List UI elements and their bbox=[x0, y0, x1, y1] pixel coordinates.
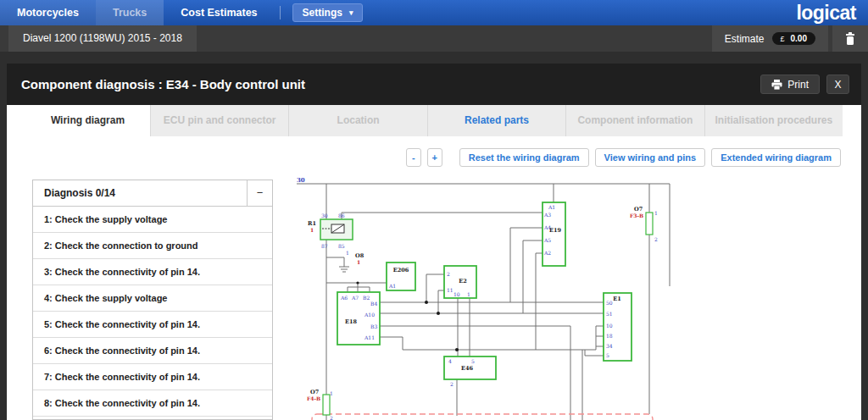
pin-label: A7 bbox=[351, 295, 359, 301]
nav-item-cost-estimates[interactable]: Cost Estimates bbox=[164, 0, 274, 25]
vehicle-name[interactable]: Diavel 1200 (1198WU) 2015 - 2018 bbox=[8, 25, 197, 52]
diagnosis-title: Diagnosis 0/14 bbox=[33, 180, 247, 206]
view-wiring-and-pins-button[interactable]: View wiring and pins bbox=[595, 148, 706, 167]
diagnosis-step[interactable]: 7: Check the connectivity of pin 14. bbox=[33, 364, 272, 390]
diagnosis-header: Diagnosis 0/14 − bbox=[33, 180, 272, 207]
highlight-zone bbox=[312, 414, 653, 420]
pin-label: B2 bbox=[363, 295, 370, 301]
fuse-symbol-F3-B[interactable] bbox=[646, 213, 653, 235]
bus-label: 30 bbox=[297, 178, 305, 184]
nav-item-trucks[interactable]: Trucks bbox=[96, 0, 164, 25]
vehicle-bar: Diavel 1200 (1198WU) 2015 - 2018 Estimat… bbox=[0, 25, 868, 52]
pin-label: 85 bbox=[338, 243, 345, 249]
diagnosis-step[interactable]: 6: Check the connectivity of pin 14. bbox=[33, 338, 272, 364]
close-button[interactable]: X bbox=[826, 75, 849, 94]
fuse-ref: F3-B bbox=[630, 213, 643, 218]
fuse-name: O7 bbox=[634, 206, 643, 213]
component-label-E1: E1 bbox=[613, 296, 620, 302]
estimate-panel: Estimate £ 0.00 bbox=[712, 25, 828, 52]
pin-label: 10 bbox=[606, 323, 613, 329]
screen: MotorcyclesTrucksCost Estimates Settings… bbox=[0, 0, 868, 420]
pin-label: 2 bbox=[447, 271, 450, 277]
pin-label: B3 bbox=[370, 323, 377, 329]
wiring-toolbar: - + Reset the wiring diagramView wiring … bbox=[406, 148, 841, 167]
pin-label: A5 bbox=[543, 237, 551, 243]
pin-label: 1 bbox=[346, 250, 349, 256]
pin-label: 86 bbox=[338, 213, 345, 218]
diagnosis-step[interactable]: 2: Check the connection to ground bbox=[33, 233, 272, 259]
pin-label: A3 bbox=[543, 212, 551, 218]
diagnosis-step[interactable]: 1: Check the supply voltage bbox=[33, 207, 272, 233]
tab-bar: Wiring diagramECU pin and connectorLocat… bbox=[25, 105, 843, 136]
component-label-E206: E206 bbox=[393, 267, 409, 274]
print-button[interactable]: Print bbox=[760, 75, 820, 94]
pin-label: 5 bbox=[471, 358, 475, 364]
chevron-down-icon: ▾ bbox=[349, 9, 353, 17]
relay-name: R1 bbox=[308, 220, 316, 227]
fuse-symbol-F4-B[interactable] bbox=[323, 395, 330, 415]
zoom-in-button[interactable]: + bbox=[427, 148, 442, 167]
pin-label: 5 bbox=[606, 352, 609, 358]
pin-label: B4 bbox=[370, 301, 377, 307]
diagnosis-steps: 1: Check the supply voltage2: Check the … bbox=[33, 207, 272, 417]
component-label-E18: E18 bbox=[345, 318, 357, 325]
zoom-out-button[interactable]: - bbox=[406, 148, 421, 167]
tab-wiring-diagram[interactable]: Wiring diagram bbox=[25, 105, 151, 136]
tab-related-parts[interactable]: Related parts bbox=[428, 105, 566, 136]
trash-button[interactable] bbox=[832, 25, 868, 52]
toolbar-gap bbox=[448, 148, 453, 167]
pin-label: 2 bbox=[654, 236, 658, 242]
vehicle-bar-right: Estimate £ 0.00 bbox=[712, 25, 868, 52]
ground-ref: 1 bbox=[357, 259, 360, 265]
pin-label: 51 bbox=[606, 311, 613, 317]
extended-wiring-diagram-button[interactable]: Extended wiring diagram bbox=[711, 148, 841, 167]
pin-label: A4 bbox=[543, 224, 551, 230]
nav-items: MotorcyclesTrucksCost Estimates bbox=[0, 0, 275, 25]
pin-label: 1 bbox=[654, 210, 658, 216]
pin-label: A10 bbox=[364, 312, 375, 318]
pin-label: 30 bbox=[321, 213, 328, 218]
printer-icon bbox=[771, 80, 782, 90]
estimate-label: Estimate bbox=[725, 33, 765, 45]
pin-label: 18 bbox=[606, 333, 613, 339]
ground-name: O8 bbox=[355, 252, 364, 259]
pin-label: A1 bbox=[548, 204, 555, 210]
nav-separator bbox=[280, 6, 281, 19]
wiring-diagram-svg: 30E206A1E2211101E19A1A3A4A5A2E1505110183… bbox=[282, 178, 849, 420]
modal-header: Component diagnosis : E34 - Body control… bbox=[7, 64, 861, 105]
diagnosis-step[interactable]: 3: Check the connectivity of pin 14. bbox=[33, 259, 272, 285]
tab-component-information: Component information bbox=[566, 105, 704, 136]
estimate-pill[interactable]: £ 0.00 bbox=[772, 32, 815, 45]
fuse-name: O7 bbox=[310, 389, 319, 395]
pin-label: 11 bbox=[447, 287, 453, 293]
pin-label: 34 bbox=[606, 343, 613, 349]
pin-label: 2 bbox=[330, 415, 333, 420]
diagram-components: 30E206A1E2211101E19A1A3A4A5A2E1505110183… bbox=[297, 178, 658, 420]
reset-the-wiring-diagram-button[interactable]: Reset the wiring diagram bbox=[459, 148, 589, 167]
diagnosis-step[interactable]: 8: Check the connectivity of pin 14. bbox=[33, 390, 272, 417]
nav-item-motorcycles[interactable]: Motorcycles bbox=[0, 0, 96, 25]
pin-label: A6 bbox=[340, 295, 348, 301]
pin-label: 1 bbox=[330, 390, 333, 396]
component-label-E2: E2 bbox=[459, 278, 466, 285]
settings-button[interactable]: Settings ▾ bbox=[292, 3, 364, 22]
settings-label: Settings bbox=[303, 7, 342, 19]
pin-label: A1 bbox=[388, 283, 396, 289]
diagnosis-step[interactable]: 5: Check the connectivity of pin 14. bbox=[33, 312, 272, 338]
wiring-diagram-canvas[interactable]: 30E206A1E2211101E19A1A3A4A5A2E1505110183… bbox=[282, 178, 849, 420]
pin-label: 10 bbox=[453, 291, 460, 297]
pin-label: 87 bbox=[321, 243, 328, 249]
pin-label: 4 bbox=[448, 358, 452, 364]
pin-label: A2 bbox=[543, 250, 551, 256]
pin-label: 1 bbox=[467, 291, 470, 297]
currency-symbol: £ bbox=[781, 35, 785, 43]
logicat-logo: logicat bbox=[796, 2, 856, 25]
top-navbar: MotorcyclesTrucksCost Estimates Settings… bbox=[0, 0, 868, 25]
print-label: Print bbox=[787, 79, 809, 91]
tab-initialisation-procedures: Initialisation procedures bbox=[705, 105, 843, 136]
diagnosis-step[interactable]: 4: Check the supply voltage bbox=[33, 285, 272, 312]
collapse-button[interactable]: − bbox=[247, 180, 272, 206]
estimate-value: 0.00 bbox=[791, 34, 807, 43]
fuse-ref: F4-B bbox=[307, 395, 320, 401]
component-label-E46: E46 bbox=[461, 365, 473, 372]
